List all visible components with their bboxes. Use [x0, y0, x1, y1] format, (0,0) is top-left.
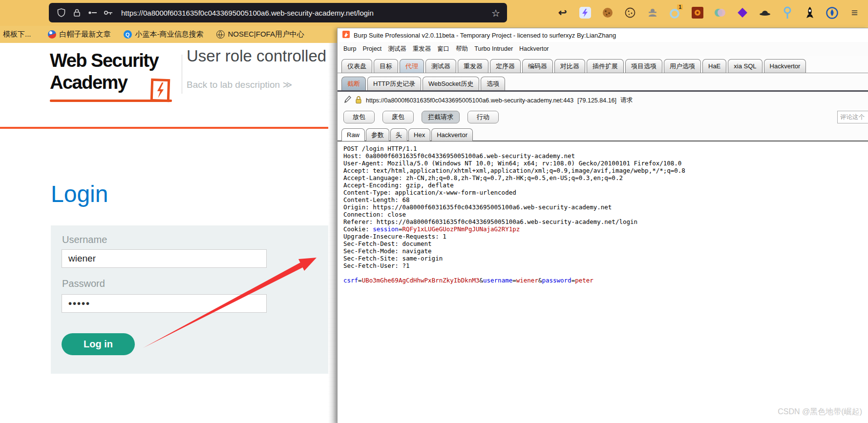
password-label: Password [62, 278, 105, 289]
request-line: Content-Length: 68 [343, 196, 868, 203]
menu-item-窗口[interactable]: 窗口 [437, 45, 449, 53]
menu-item-测试器[interactable]: 测试器 [388, 45, 406, 53]
hat-site-favicon [48, 30, 56, 39]
request-line: Connection: close [343, 211, 868, 218]
bookmark-label: 白帽子最新文章 [60, 30, 111, 39]
bookmark-item[interactable]: NOSEC|FOFA用户中心 [216, 30, 304, 39]
burp-title-bar[interactable]: Burp Suite Professional v2.0.11beta - Te… [338, 28, 868, 42]
bookmark-item[interactable]: Q小蓝本-商业信息搜索 [124, 30, 204, 39]
button-放包[interactable]: 放包 [343, 111, 375, 123]
globe-favicon [216, 30, 225, 39]
logo-underline [50, 100, 172, 102]
logo-line1: Web Security [50, 50, 158, 72]
pin-icon[interactable] [781, 6, 794, 20]
q-blue-favicon: Q [124, 30, 132, 39]
tab-用户选项[interactable]: 用户选项 [664, 59, 701, 73]
view-tab-Hex[interactable]: Hex [408, 128, 430, 141]
proxy-tab-HTTP历史记录[interactable]: HTTP历史记录 [367, 77, 421, 90]
proxy-tab-WebSocket历史[interactable]: WebSocket历史 [423, 77, 479, 90]
menu-item-重发器[interactable]: 重发器 [413, 45, 431, 53]
address-bar[interactable]: https://0a8000f6031635f0c0433695005100a6… [49, 3, 507, 22]
shield-icon[interactable] [56, 7, 66, 18]
cookie-icon[interactable] [601, 6, 614, 20]
tab-xia SQL[interactable]: xia SQL [728, 59, 762, 73]
view-tab-参数[interactable]: 参数 [366, 128, 389, 141]
web-security-academy-logo[interactable]: Web Security Academy [50, 50, 158, 94]
menu-item-帮助[interactable]: 帮助 [456, 45, 468, 53]
chevron-right-icon: ≫ [282, 80, 292, 90]
burp-logo-icon [342, 31, 350, 40]
browser-scrollbar[interactable] [328, 43, 337, 423]
lab-title: User role controlled by [187, 47, 348, 65]
menu-icon[interactable]: ≡ [848, 6, 861, 20]
menu-item-Project[interactable]: Project [362, 45, 381, 52]
log-in-button[interactable]: Log in [62, 333, 135, 355]
overlap-circles-icon[interactable] [713, 6, 726, 20]
tab-定序器[interactable]: 定序器 [490, 59, 521, 73]
back-to-lab-link[interactable]: Back to lab description ≫ [187, 79, 292, 90]
view-tab-Raw[interactable]: Raw [341, 128, 365, 141]
comment-input[interactable]: 评论这个 [837, 111, 868, 123]
lock-icon[interactable] [71, 7, 82, 18]
hat-icon[interactable] [758, 6, 771, 20]
tab-测试器[interactable]: 测试器 [425, 59, 456, 73]
menu-item-Hackvertor[interactable]: Hackvertor [519, 45, 549, 52]
bookmark-star-icon[interactable]: ☆ [491, 7, 500, 19]
proxy-tab-截断[interactable]: 截断 [341, 77, 366, 90]
menu-item-Burp[interactable]: Burp [343, 45, 356, 52]
tab-代理[interactable]: 代理 [400, 59, 424, 73]
foxyproxy-icon[interactable] [691, 6, 704, 20]
tab-HaE[interactable]: HaE [702, 59, 726, 73]
thunder-icon[interactable] [578, 6, 592, 20]
request-editor[interactable]: POST /login HTTP/1.1Host: 0a8000f6031635… [338, 141, 868, 423]
cookie-outline-icon[interactable] [623, 6, 636, 20]
notification-badge: 1 [677, 4, 683, 10]
tab-目标[interactable]: 目标 [374, 59, 398, 73]
username-input[interactable]: wiener [62, 249, 267, 268]
proxy-tab-选项[interactable]: 选项 [481, 77, 505, 90]
logo-line2: Academy [50, 72, 158, 94]
back-icon[interactable]: ↩ [556, 6, 569, 20]
bookmark-label: 模板下... [3, 30, 31, 39]
password-input[interactable]: ••••• [62, 294, 267, 313]
view-tab-Hackvertor[interactable]: Hackvertor [431, 128, 473, 141]
button-拦截请求[interactable]: 拦截请求 [422, 111, 460, 123]
pencil-icon[interactable] [343, 95, 351, 105]
bookmark-item[interactable]: 模板下... [3, 30, 31, 39]
key-icon[interactable] [103, 7, 113, 18]
burp-proxy-tabs: 截断HTTP历史记录WebSocket历史选项 [338, 73, 868, 92]
button-行动[interactable]: 行动 [467, 111, 499, 123]
intercept-ip: [79.125.84.16] [577, 97, 616, 104]
request-line: Content-Type: application/x-www-form-url… [343, 189, 868, 196]
tab-仪表盘[interactable]: 仪表盘 [341, 59, 372, 73]
burp-menu-bar: BurpProject测试器重发器窗口帮助Turbo IntruderHackv… [338, 42, 868, 56]
notify-icon[interactable]: 1 [668, 6, 681, 20]
menu-item-Turbo Intruder[interactable]: Turbo Intruder [474, 45, 513, 52]
intercept-url: https://0a8000f6031635f0c0433695005100a6… [366, 97, 573, 104]
url-text[interactable]: https://0a8000f6031635f0c0433695005100a6… [121, 9, 374, 17]
username-label: Username [62, 234, 107, 245]
request-line: Cookie: session=RQFy1xLUGeGUozPNmPgJUNaj… [343, 225, 868, 233]
purple-diamond-icon[interactable] [736, 6, 749, 20]
lab-header-rule [0, 127, 337, 129]
tab-Hackvertor[interactable]: Hackvertor [764, 59, 806, 73]
incognito-icon[interactable] [646, 6, 659, 20]
request-line: Sec-Fetch-User: ?1 [343, 262, 868, 269]
rocket-icon[interactable] [803, 6, 816, 20]
tab-插件扩展[interactable]: 插件扩展 [587, 59, 624, 73]
view-tab-头[interactable]: 头 [390, 128, 407, 141]
button-废包[interactable]: 废包 [382, 111, 414, 123]
tab-对比器[interactable]: 对比器 [554, 59, 585, 73]
permissions-icon[interactable] [87, 7, 98, 18]
water-drop-icon[interactable] [826, 6, 839, 20]
tab-重发器[interactable]: 重发器 [458, 59, 488, 73]
browser-toolbar: https://0a8000f6031635f0c0433695005100a6… [0, 0, 868, 26]
tab-编码器[interactable]: 编码器 [522, 59, 553, 73]
tls-lock-icon [355, 96, 362, 105]
request-line: csrf=UBo3mGhe69AgCdHhwPxBrnZkyIbDknM3&us… [343, 277, 868, 284]
tab-项目选项[interactable]: 项目选项 [625, 59, 662, 73]
intercept-action-buttons: 放包废包拦截请求行动评论这个 [338, 109, 868, 125]
bookmark-item[interactable]: 白帽子最新文章 [48, 30, 111, 39]
request-line: Host: 0a8000f6031635f0c0433695005100a6.w… [343, 152, 868, 160]
screenshot-root: Web Security Academy User role controlle… [0, 0, 868, 423]
